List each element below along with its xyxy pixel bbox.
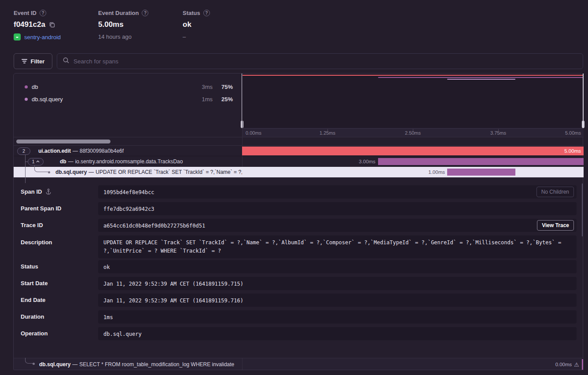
span-id-label-row: Span ID xyxy=(21,188,51,195)
status-value-box: ok xyxy=(98,260,577,273)
span-id-value-box: 1095bd4ef8e94bcc No Children xyxy=(98,185,577,199)
description-value-box: UPDATE OR REPLACE `Track` SET `TrackId` … xyxy=(98,235,577,258)
spans-panel: db 3ms 75% db.sql.query 1ms 25% 0.00ms 1… xyxy=(13,73,583,370)
parent-span-id-value: ffe7dbc92a6942c3 xyxy=(98,202,577,217)
tree-connector-curve xyxy=(25,358,33,364)
legend-row-db[interactable]: db 3ms 75% xyxy=(14,82,242,91)
status-column: Status ? ok – xyxy=(183,10,210,40)
help-icon[interactable]: ? xyxy=(40,10,46,16)
tree-column-divider xyxy=(242,358,243,370)
tree-connector-curve xyxy=(34,165,48,172)
span-op: db.sql.query xyxy=(55,169,87,175)
axis-tick-3: 3.75ms xyxy=(481,130,516,136)
help-icon[interactable]: ? xyxy=(142,10,148,16)
android-icon xyxy=(14,33,21,40)
span-bar-db-sql-query[interactable] xyxy=(447,169,515,176)
axis-tick-2: 2.50ms xyxy=(395,130,430,136)
project-link[interactable]: sentry-android xyxy=(24,34,61,40)
time-axis: 0.00ms 1.25ms 2.50ms 3.75ms 5.00ms xyxy=(242,128,584,137)
filter-button-label: Filter xyxy=(31,58,45,65)
db-legend-name: db xyxy=(32,84,38,90)
span-bar-ui-action-edit[interactable]: 5.00ms xyxy=(242,147,584,155)
search-icon xyxy=(62,57,70,66)
status-value: ok xyxy=(183,20,191,29)
span-op: db xyxy=(60,158,66,165)
children-count: 2 xyxy=(22,148,25,154)
filter-icon xyxy=(22,58,27,64)
start-date-label: Start Date xyxy=(21,280,48,287)
trace-minimap[interactable] xyxy=(242,74,584,128)
tree-connector-stub xyxy=(25,162,28,162)
minimap-span-db xyxy=(378,77,584,78)
span-search xyxy=(57,53,583,69)
end-date-label: End Date xyxy=(21,297,45,303)
legend-row-db-sql-query[interactable]: db.sql.query 1ms 25% xyxy=(14,95,242,103)
parent-span-id-label: Parent Span ID xyxy=(21,205,61,212)
span-row-ui-action-edit[interactable]: 2 ui.action.edit—88f300998a0b4e6f 5.00ms xyxy=(14,146,584,156)
db-legend-dot xyxy=(25,85,28,88)
event-age: 14 hours ago xyxy=(98,33,148,40)
span-id-label: Span ID xyxy=(21,188,42,195)
span-op: db.sql.query xyxy=(39,361,70,368)
end-date-value: Jan 11, 2022 9:52:39 AM CET (1641891159.… xyxy=(98,294,577,308)
event-duration-value: 5.00ms xyxy=(98,20,124,29)
db-legend-percent: 75% xyxy=(189,84,233,90)
span-bar-db[interactable] xyxy=(378,158,584,165)
span-detail-page: Event ID ? f0491c2a sentry-android xyxy=(0,0,588,375)
end-date-value-box: Jan 11, 2022 9:52:39 AM CET (1641891159.… xyxy=(98,294,577,307)
span-bar-zero-duration xyxy=(582,359,583,370)
axis-tick-4: 5.00ms xyxy=(565,130,581,136)
span-row-db[interactable]: 1 db—io.sentry.android.roomsample.data.T… xyxy=(14,156,584,167)
minimap-span-ui-action-edit xyxy=(242,75,584,76)
status-field-value: ok xyxy=(98,260,577,275)
view-trace-button[interactable]: View Trace xyxy=(537,220,574,231)
start-date-value: Jan 11, 2022 9:52:39 AM CET (1641891159.… xyxy=(98,277,577,291)
event-duration-column: Event Duration ? 5.00ms 14 hours ago xyxy=(98,10,148,40)
copy-icon[interactable] xyxy=(49,22,55,28)
status-field-label: Status xyxy=(21,263,38,270)
span-desc: SELECT * FROM room_table_modification_lo… xyxy=(79,361,234,368)
event-id-value: f0491c2a xyxy=(14,20,45,29)
span-row-db-sql-query-select[interactable]: db.sql.query—SELECT * FROM room_table_mo… xyxy=(14,358,584,370)
start-date-value-box: Jan 11, 2022 9:52:39 AM CET (1641891159.… xyxy=(98,277,577,290)
span-duration: 3.00ms xyxy=(290,159,375,164)
help-icon[interactable]: ? xyxy=(203,10,210,16)
span-desc: 88f300998a0b4e6f xyxy=(80,148,124,154)
status-sub: – xyxy=(183,33,210,40)
trace-id-value-box: a654cc61dc0b48ef9d0b27275b6f0d51 View Tr… xyxy=(98,219,577,232)
span-desc: UPDATE OR REPLACE `Track` SET `TrackId` … xyxy=(96,169,242,175)
event-id-label: Event ID xyxy=(14,10,37,16)
db-sql-query-legend-percent: 25% xyxy=(189,96,233,103)
details-vertical-scroll-thumb[interactable] xyxy=(582,184,583,236)
db-sql-query-legend-name: db.sql.query xyxy=(32,96,63,103)
span-duration: 1.00ms xyxy=(361,169,445,175)
horizontal-scroll-thumb[interactable] xyxy=(16,140,110,143)
tree-connector-line xyxy=(25,155,26,183)
operation-value-box: db.sql.query xyxy=(98,327,577,340)
children-count-badge[interactable]: 1 xyxy=(28,158,44,165)
children-count: 1 xyxy=(32,159,34,164)
span-row-db-sql-query-selected[interactable]: db.sql.query—UPDATE OR REPLACE `Track` S… xyxy=(14,167,584,177)
axis-tick-1: 1.25ms xyxy=(310,130,345,136)
no-children-button[interactable]: No Children xyxy=(537,187,574,197)
minimap-span-db-sql-query xyxy=(447,79,515,80)
tree-connector-dot xyxy=(33,363,35,365)
filter-button[interactable]: Filter xyxy=(14,53,52,69)
duration-field-value: 1ms xyxy=(98,310,577,325)
description-value: UPDATE OR REPLACE `Track` SET `TrackId` … xyxy=(98,235,577,258)
span-duration: 0.00ms xyxy=(555,362,572,367)
minimap-right-handle[interactable] xyxy=(581,74,584,128)
children-count-badge[interactable]: 2 xyxy=(17,147,30,155)
description-label: Description xyxy=(21,239,52,246)
anchor-icon[interactable] xyxy=(45,188,51,195)
event-id-label-row: Event ID ? xyxy=(14,10,61,16)
duration-field-label: Duration xyxy=(21,313,44,320)
search-input[interactable] xyxy=(74,58,577,65)
trace-id-label: Trace ID xyxy=(21,222,43,228)
chevron-up-icon xyxy=(36,160,40,163)
span-duration: 5.00ms xyxy=(564,148,581,154)
tree-horizontal-scrollbar xyxy=(14,137,584,146)
event-id-column: Event ID ? f0491c2a sentry-android xyxy=(14,10,61,40)
db-sql-query-legend-dot xyxy=(25,98,28,101)
trace-id-value: a654cc61dc0b48ef9d0b27275b6f0d51 xyxy=(98,219,577,233)
